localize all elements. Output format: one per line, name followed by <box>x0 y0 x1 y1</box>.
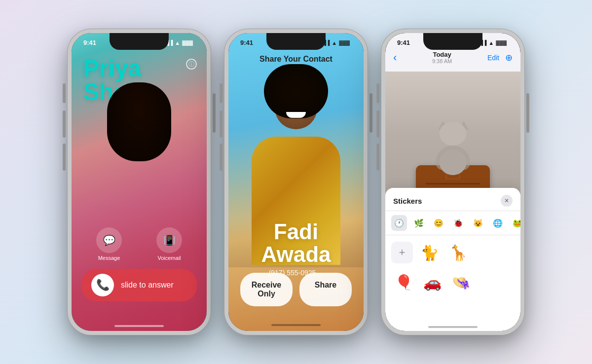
cat-head-area <box>440 149 467 175</box>
receive-only-button[interactable]: Receive Only <box>240 273 293 306</box>
signal-icon-3: ▐▐▐▐ <box>473 40 486 45</box>
volume-down-button[interactable] <box>63 144 66 171</box>
contact-phone-row: (917) 555-0925 ⌄ <box>228 269 364 277</box>
phone3: 9:41 ▐▐▐▐ ▲ ▓▓▓ ‹ Today 9:38 AM Edit ⊕ <box>381 29 524 335</box>
sticker-tab-cats[interactable]: 😺 <box>470 215 486 231</box>
edit-button[interactable]: Edit <box>487 54 499 62</box>
sticker-tab-network[interactable]: 🌐 <box>490 215 506 231</box>
phone-dropdown-icon: ⌄ <box>318 269 323 276</box>
sticker-tab-nature[interactable]: 🌿 <box>411 215 427 231</box>
contact-action-buttons: Receive Only Share <box>228 273 364 306</box>
volume-up-button[interactable] <box>63 110 66 138</box>
signal-icon-2: ▐▐▐▐ <box>316 40 330 45</box>
header-center: Today 9:38 AM <box>432 51 452 64</box>
status-icons-phone3: ▐▐▐▐ ▲ ▓▓▓ <box>473 40 507 46</box>
wifi-icon-2: ▲ <box>332 40 337 46</box>
status-bar-phone2: 9:41 ▐▐▐▐ ▲ ▓▓▓ <box>228 39 364 46</box>
volume-down-button-3[interactable] <box>376 144 379 171</box>
header-actions: Edit ⊕ <box>487 52 513 63</box>
signal-icon: ▐▐▐▐ <box>159 40 173 45</box>
phone1: 9:41 ▐▐▐▐ ▲ ▓▓▓ Priya Shah ⓘ � <box>68 29 211 335</box>
sticker-hat[interactable]: 👒 <box>448 270 473 294</box>
wifi-icon-3: ▲ <box>488 40 494 46</box>
time-phone3: 9:41 <box>397 39 410 46</box>
messages-header: ‹ Today 9:38 AM Edit ⊕ <box>385 51 520 64</box>
volume-up-button-2[interactable] <box>220 110 222 138</box>
wifi-icon: ▲ <box>175 40 180 46</box>
phone1-frame: 9:41 ▐▐▐▐ ▲ ▓▓▓ Priya Shah ⓘ � <box>68 29 211 335</box>
info-icon[interactable]: ⓘ <box>186 59 197 70</box>
sticker-car[interactable]: 🚗 <box>420 270 444 294</box>
share-button[interactable]: Share <box>299 273 352 306</box>
more-options-icon[interactable]: ⊕ <box>505 52 513 63</box>
battery-icon: ▓▓▓ <box>182 40 193 45</box>
slide-to-answer-text: slide to answer <box>121 281 174 290</box>
sticker-cat1[interactable]: 🐈 <box>417 240 442 265</box>
power-button-3[interactable] <box>526 93 529 133</box>
status-bar-phone3: 9:41 ▐▐▐▐ ▲ ▓▓▓ <box>385 39 520 46</box>
sticker-tabs: 🕐 🌿 😊 🐞 😺 🌐 🐸 <box>385 211 520 235</box>
sticker-tab-animals[interactable]: 🐞 <box>450 215 466 231</box>
sticker-panel-header: Stickers ✕ <box>385 188 520 211</box>
sticker-panel: Stickers ✕ 🕐 🌿 😊 🐞 😺 🌐 🐸 + 🐈 <box>385 188 520 331</box>
phone2: 9:41 ▐▐▐▐ ▲ ▓▓▓ Share Your Contact Fadi … <box>224 29 368 335</box>
sticker-row-2: 🎈 🚗 👒 <box>385 270 520 299</box>
sticker-tab-frogs[interactable]: 🐸 <box>510 215 520 231</box>
body <box>90 151 188 275</box>
sticker-title: Stickers <box>393 197 422 205</box>
phone2-screen: 9:41 ▐▐▐▐ ▲ ▓▓▓ Share Your Contact Fadi … <box>228 33 364 331</box>
conversation-time: 9:38 AM <box>432 58 452 64</box>
battery-icon-3: ▓▓▓ <box>496 40 507 45</box>
contact-info: Fadi Awada (917) 555-0925 ⌄ <box>228 220 364 277</box>
power-button[interactable] <box>213 93 216 133</box>
home-indicator-phone2 <box>271 324 321 326</box>
status-bar-phone1: 9:41 ▐▐▐▐ ▲ ▓▓▓ <box>72 39 207 46</box>
caller-photo <box>72 77 207 282</box>
sticker-giraffe[interactable]: 🦒 <box>445 240 470 265</box>
silent-switch[interactable] <box>63 83 66 103</box>
back-button[interactable]: ‹ <box>393 51 397 64</box>
afro <box>264 64 328 118</box>
suitcase-stripe <box>426 183 480 184</box>
contact-last-name: Awada <box>228 243 364 266</box>
phone3-frame: 9:41 ▐▐▐▐ ▲ ▓▓▓ ‹ Today 9:38 AM Edit ⊕ <box>381 29 524 335</box>
smile <box>286 112 306 118</box>
sticker-close-button[interactable]: ✕ <box>501 195 513 207</box>
contact-phone-number: (917) 555-0925 <box>269 269 316 277</box>
home-indicator-phone1 <box>114 325 164 327</box>
contact-first-name: Fadi <box>228 220 364 243</box>
power-button-2[interactable] <box>370 93 372 133</box>
conversation-date: Today <box>432 51 452 58</box>
home-indicator-phone3 <box>428 326 478 328</box>
sticker-balloon[interactable]: 🎈 <box>391 270 416 294</box>
status-icons-phone2: ▐▐▐▐ ▲ ▓▓▓ <box>316 40 350 46</box>
phone3-screen: 9:41 ▐▐▐▐ ▲ ▓▓▓ ‹ Today 9:38 AM Edit ⊕ <box>385 33 520 331</box>
sticker-tab-recent[interactable]: 🕐 <box>391 215 407 231</box>
answer-phone-icon: 📞 <box>91 274 114 296</box>
caller-first-name: Priya <box>83 57 141 80</box>
add-sticker-button[interactable]: + <box>391 242 413 263</box>
battery-icon-2: ▓▓▓ <box>339 40 350 45</box>
phone1-screen: 9:41 ▐▐▐▐ ▲ ▓▓▓ Priya Shah ⓘ � <box>72 33 207 331</box>
silent-switch-2[interactable] <box>220 83 222 103</box>
hair <box>107 82 171 161</box>
phone2-frame: 9:41 ▐▐▐▐ ▲ ▓▓▓ Share Your Contact Fadi … <box>224 29 368 335</box>
sticker-tab-emoji[interactable]: 😊 <box>431 215 446 231</box>
sticker-row-1: + 🐈 🦒 <box>385 235 520 270</box>
volume-up-button-3[interactable] <box>376 110 379 138</box>
cat-face <box>440 122 467 146</box>
volume-down-button-2[interactable] <box>220 144 222 171</box>
share-contact-title: Share Your Contact <box>228 55 364 64</box>
time-phone2: 9:41 <box>240 39 253 46</box>
status-icons-phone1: ▐▐▐▐ ▲ ▓▓▓ <box>159 40 193 46</box>
silent-switch-3[interactable] <box>376 83 379 103</box>
time-phone1: 9:41 <box>83 39 96 46</box>
